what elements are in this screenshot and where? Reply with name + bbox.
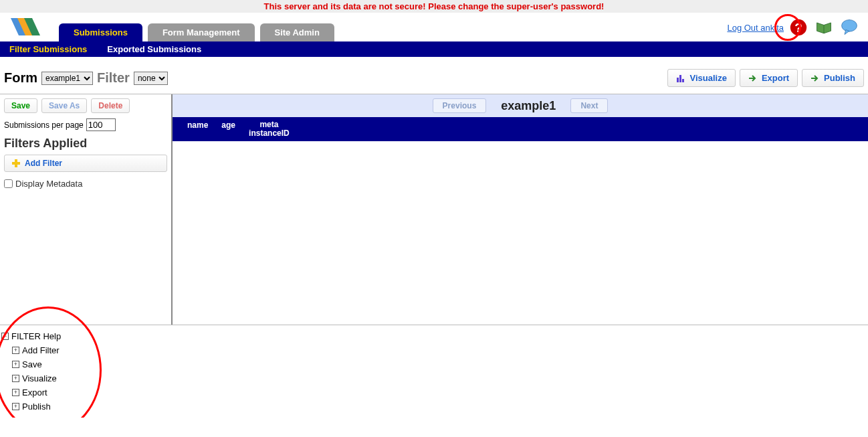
visualize-label: Visualize [689, 73, 726, 83]
odk-logo [5, 15, 45, 39]
display-metadata-input[interactable] [4, 179, 13, 188]
header-right: Log Out ankita ? [727, 17, 860, 38]
main-tabs: Submissions Form Management Site Admin [59, 13, 334, 41]
plus-icon [11, 159, 21, 168]
col-age: age [215, 119, 242, 139]
filter-label: Filter [97, 70, 130, 86]
plus-box-icon: + [12, 403, 19, 410]
next-button[interactable]: Next [570, 98, 608, 113]
plus-box-icon: + [12, 347, 19, 354]
export-button[interactable]: Export [740, 69, 798, 87]
help-panel: − FILTER Help +Add Filter +Save +Visuali… [0, 325, 868, 418]
display-metadata-label: Display Metadata [15, 179, 82, 189]
main-area: Save Save As Delete Submissions per page… [0, 94, 868, 325]
plus-box-icon: + [12, 375, 19, 382]
tab-form-management[interactable]: Form Management [148, 23, 255, 41]
svg-rect-11 [12, 162, 20, 165]
help-item-visualize[interactable]: +Visualize [12, 371, 867, 385]
display-metadata-checkbox[interactable]: Display Metadata [4, 179, 167, 189]
publish-button[interactable]: Publish [802, 69, 864, 87]
svg-rect-7 [677, 78, 679, 82]
submissions-per-page-label: Submissions per page [4, 120, 84, 130]
filter-button-row: Save Save As Delete [4, 98, 167, 113]
publish-label: Publish [824, 73, 855, 83]
tab-site-admin[interactable]: Site Admin [260, 23, 334, 41]
col-meta-instanceid: metainstanceID [242, 119, 296, 139]
add-filter-button[interactable]: Add Filter [4, 155, 167, 172]
book-icon[interactable] [813, 17, 835, 38]
data-panel: Previous example1 Next name age metainst… [173, 94, 868, 325]
plus-box-icon: + [12, 389, 19, 396]
subnav-exported-submissions[interactable]: Exported Submissions [107, 44, 201, 54]
pager-bar: Previous example1 Next [173, 94, 868, 117]
svg-text:?: ? [794, 21, 802, 35]
filter-select[interactable]: none [134, 72, 168, 85]
submissions-per-page-input[interactable] [86, 118, 116, 131]
sub-nav: Filter Submissions Exported Submissions [0, 41, 868, 57]
svg-rect-9 [682, 79, 684, 82]
logout-link[interactable]: Log Out ankita [727, 23, 784, 33]
help-icon[interactable]: ? [788, 17, 809, 38]
svg-point-6 [842, 20, 857, 32]
export-label: Export [762, 73, 789, 83]
plus-box-icon: + [12, 361, 19, 368]
chat-icon[interactable] [839, 17, 860, 38]
svg-rect-8 [679, 75, 681, 82]
help-item-publish[interactable]: +Publish [12, 400, 867, 414]
help-item-add-filter[interactable]: +Add Filter [12, 343, 867, 357]
help-item-save[interactable]: +Save [12, 357, 867, 371]
subnav-filter-submissions[interactable]: Filter Submissions [9, 44, 87, 54]
add-filter-label: Add Filter [25, 159, 62, 168]
form-label: Form [4, 70, 37, 86]
visualize-button[interactable]: Visualize [667, 69, 735, 87]
delete-button[interactable]: Delete [91, 98, 130, 113]
table-title: example1 [501, 99, 556, 113]
col-name: name [181, 119, 215, 139]
arrow-right-icon [810, 74, 820, 83]
form-select[interactable]: example1 [41, 72, 93, 85]
arrow-right-icon [748, 74, 758, 83]
save-as-button[interactable]: Save As [41, 98, 87, 113]
header: Submissions Form Management Site Admin L… [0, 13, 868, 41]
help-root[interactable]: − FILTER Help [1, 329, 867, 343]
security-warning-banner: This server and its data are not secure!… [0, 0, 868, 13]
filters-applied-heading: Filters Applied [4, 137, 167, 151]
previous-button[interactable]: Previous [433, 98, 487, 113]
bar-chart-icon [676, 74, 685, 83]
save-button[interactable]: Save [4, 98, 37, 113]
action-buttons: Visualize Export Publish [667, 69, 864, 87]
table-header: name age metainstanceID [173, 117, 868, 141]
help-root-label: FILTER Help [11, 331, 61, 341]
help-item-export[interactable]: +Export [12, 385, 867, 400]
minus-box-icon: − [1, 333, 9, 340]
side-panel: Save Save As Delete Submissions per page… [0, 94, 173, 325]
tab-submissions[interactable]: Submissions [59, 23, 142, 41]
filter-bar: Form example1 Filter none Visualize Expo… [0, 57, 868, 94]
submissions-per-page: Submissions per page [4, 118, 167, 131]
